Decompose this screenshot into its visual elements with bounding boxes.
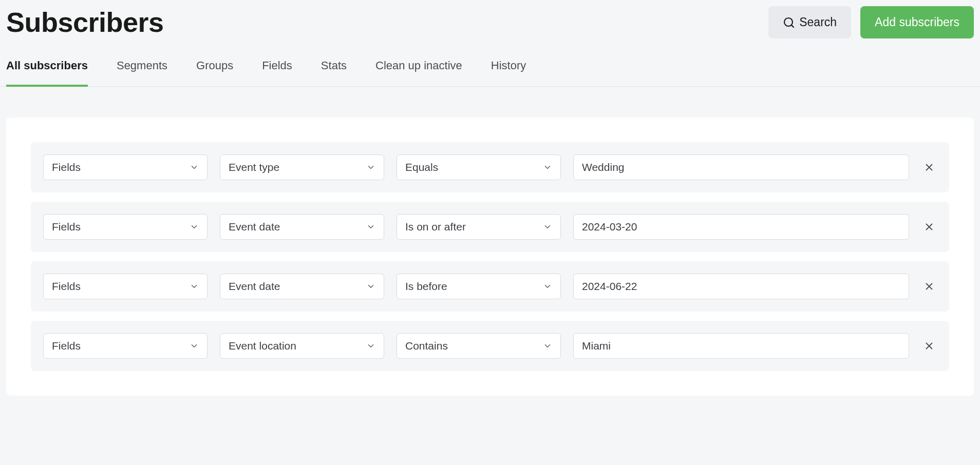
remove-filter-button[interactable] — [921, 219, 937, 235]
filters-card: Fields Event type Equals Fields Event da… — [6, 118, 974, 396]
filter-field-select[interactable]: Event type — [220, 154, 384, 180]
tab-groups[interactable]: Groups — [196, 59, 233, 87]
search-button[interactable]: Search — [768, 6, 851, 38]
chevron-down-icon — [190, 163, 199, 172]
search-button-label: Search — [799, 15, 837, 29]
filter-row: Fields Event location Contains — [31, 321, 949, 371]
add-subscribers-button[interactable]: Add subscribers — [860, 6, 974, 38]
chevron-down-icon — [366, 163, 375, 172]
page-title: Subscribers — [6, 6, 164, 38]
tab-history[interactable]: History — [491, 59, 526, 87]
chevron-down-icon — [543, 163, 552, 172]
filter-field-select[interactable]: Event location — [220, 333, 384, 359]
chevron-down-icon — [366, 282, 375, 291]
remove-filter-button[interactable] — [921, 338, 937, 354]
filter-category-select[interactable]: Fields — [43, 274, 208, 299]
chevron-down-icon — [190, 341, 199, 351]
filter-operator-select[interactable]: Is before — [397, 274, 561, 299]
tab-fields[interactable]: Fields — [262, 59, 292, 87]
filter-value-input[interactable] — [573, 333, 909, 359]
filter-category-label: Fields — [44, 274, 190, 299]
filter-field-label: Event date — [220, 274, 366, 299]
header-actions: Search Add subscribers — [768, 6, 974, 38]
close-icon — [924, 221, 935, 232]
filter-operator-label: Is on or after — [397, 215, 543, 239]
filter-field-label: Event date — [220, 215, 366, 239]
filter-category-label: Fields — [44, 215, 190, 239]
filter-value-input[interactable] — [573, 214, 909, 240]
filter-category-select[interactable]: Fields — [43, 154, 208, 180]
filter-field-select[interactable]: Event date — [220, 274, 384, 299]
chevron-down-icon — [366, 222, 375, 231]
filter-operator-select[interactable]: Contains — [397, 333, 561, 359]
chevron-down-icon — [190, 222, 199, 231]
chevron-down-icon — [366, 341, 375, 351]
filter-category-select[interactable]: Fields — [43, 333, 208, 359]
tab-stats[interactable]: Stats — [321, 59, 347, 87]
remove-filter-button[interactable] — [921, 279, 937, 294]
tab-all-subscribers[interactable]: All subscribers — [6, 59, 88, 87]
filter-operator-label: Equals — [397, 155, 543, 180]
filter-field-label: Event location — [220, 334, 366, 358]
filter-category-select[interactable]: Fields — [43, 214, 208, 240]
filter-row: Fields Event date Is on or after — [31, 202, 949, 252]
filter-category-label: Fields — [44, 334, 190, 358]
chevron-down-icon — [190, 282, 199, 291]
close-icon — [924, 162, 935, 173]
chevron-down-icon — [543, 282, 552, 291]
close-icon — [924, 340, 935, 352]
close-icon — [924, 281, 935, 292]
search-icon — [783, 16, 795, 29]
filter-operator-select[interactable]: Is on or after — [397, 214, 561, 240]
filter-field-select[interactable]: Event date — [220, 214, 384, 240]
tab-clean-up-inactive[interactable]: Clean up inactive — [375, 59, 462, 87]
filter-field-label: Event type — [220, 155, 366, 180]
filter-row: Fields Event type Equals — [31, 142, 949, 192]
filter-operator-label: Contains — [397, 334, 543, 358]
remove-filter-button[interactable] — [921, 160, 937, 175]
filter-value-input[interactable] — [573, 154, 909, 180]
svg-line-1 — [791, 25, 794, 27]
filter-operator-select[interactable]: Equals — [397, 154, 561, 180]
filter-operator-label: Is before — [397, 274, 543, 299]
filter-row: Fields Event date Is before — [31, 261, 949, 312]
chevron-down-icon — [543, 341, 552, 351]
chevron-down-icon — [543, 222, 552, 231]
filter-category-label: Fields — [44, 155, 190, 180]
tab-segments[interactable]: Segments — [117, 59, 167, 87]
filter-value-input[interactable] — [573, 274, 909, 299]
tabs: All subscribers Segments Groups Fields S… — [0, 59, 980, 87]
